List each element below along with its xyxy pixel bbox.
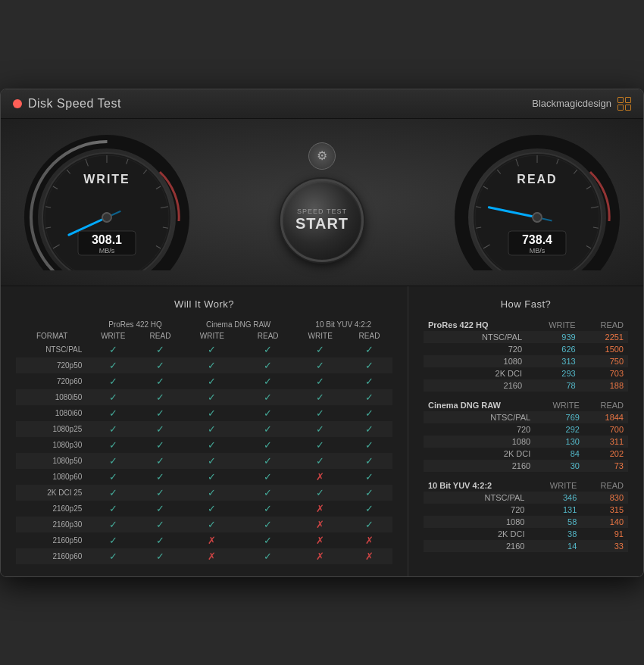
check-cell: ✓ (138, 437, 183, 453)
center-controls: ⚙ SPEED TEST START (280, 142, 364, 262)
hf-write-cell: 38 (529, 528, 581, 540)
format-cell: 1080p50 (16, 453, 88, 469)
check-cell: ✓ (88, 453, 138, 469)
check-icon: ✓ (208, 407, 216, 419)
window-title: Disk Speed Test (28, 97, 121, 111)
close-button[interactable] (13, 99, 22, 108)
svg-text:738.4: 738.4 (522, 233, 552, 246)
check-cell: ✓ (242, 517, 295, 532)
check-cell: ✓ (88, 548, 138, 564)
hf-format-cell: 720 (424, 504, 529, 516)
start-button[interactable]: SPEED TEST START (280, 179, 364, 262)
hf-read-cell: 830 (581, 492, 628, 504)
hf-read-cell: 73 (584, 460, 628, 472)
will-it-work-title: Will It Work? (16, 298, 392, 310)
check-icon: ✓ (365, 392, 374, 403)
check-cell: ✓ (88, 421, 138, 437)
read-gauge: 738.4 MB/s READ (454, 134, 621, 270)
check-icon: ✓ (109, 376, 117, 387)
check-icon: ✓ (365, 503, 374, 514)
format-cell: 2160p25 (16, 501, 88, 517)
hf-read-label: READ (580, 319, 628, 331)
cross-icon: ✗ (316, 535, 324, 546)
check-cell: ✓ (242, 405, 295, 421)
table-row: 720p60✓✓✓✓✓✓ (16, 373, 392, 389)
hf-write-cell: 131 (529, 504, 581, 516)
check-cell: ✓ (294, 357, 346, 373)
hf-section-label: 10 Bit YUV 4:2:2 (424, 479, 529, 492)
check-cell: ✗ (183, 532, 242, 548)
will-it-work-table: ProRes 422 HQ Cinema DNG RAW 10 Bit YUV … (16, 319, 392, 564)
check-cell: ✓ (183, 421, 242, 437)
hf-format-cell: 1080 (424, 516, 529, 528)
check-cell: ✓ (346, 342, 392, 357)
check-cell: ✓ (138, 421, 183, 437)
check-icon: ✓ (109, 519, 117, 530)
brand-sq-4 (625, 105, 631, 111)
svg-point-42 (532, 212, 542, 223)
brand-sq-3 (617, 105, 624, 111)
check-cell: ✓ (294, 421, 346, 437)
check-icon: ✓ (156, 471, 164, 482)
check-cell: ✓ (138, 469, 183, 485)
check-icon: ✓ (156, 360, 164, 371)
hf-write-label: WRITE (527, 319, 580, 331)
col-prores-header: ProRes 422 HQ (88, 319, 183, 330)
check-icon: ✓ (208, 471, 216, 482)
hf-section: 10 Bit YUV 4:2:2WRITEREADNTSC/PAL3468307… (424, 479, 628, 552)
svg-text:MB/s: MB/s (99, 247, 115, 254)
check-cell: ✓ (138, 373, 183, 389)
check-icon: ✓ (264, 392, 272, 403)
check-icon: ✓ (316, 344, 324, 355)
check-cell: ✓ (242, 501, 295, 517)
prores-write-header: WRITE (88, 330, 138, 342)
gauge-section: 308.1 MB/s WRITE ⚙ SPEED TEST START (1, 119, 643, 286)
check-cell: ✓ (183, 453, 242, 469)
check-icon: ✓ (316, 376, 324, 387)
hf-write-cell: 346 (529, 492, 581, 504)
hf-read-cell: 315 (581, 504, 628, 516)
table-row: 1080p50✓✓✓✓✓✓ (16, 453, 392, 469)
format-cell: 2160p60 (16, 548, 88, 564)
check-cell: ✓ (242, 453, 295, 469)
table-row: 2160p30✓✓✓✓✗✓ (16, 517, 392, 532)
format-cell: 1080p25 (16, 421, 88, 437)
check-cell: ✗ (294, 469, 346, 485)
check-icon: ✓ (208, 360, 216, 371)
check-cell: ✓ (294, 389, 346, 405)
hf-format-cell: 1080 (424, 355, 527, 367)
check-cell: ✓ (346, 389, 392, 405)
check-icon: ✓ (109, 407, 117, 419)
hf-read-cell: 750 (580, 355, 628, 367)
check-icon: ✓ (264, 344, 272, 355)
check-icon: ✓ (208, 344, 216, 355)
hf-section: ProRes 422 HQWRITEREADNTSC/PAL9392251720… (424, 319, 628, 392)
write-gauge: 308.1 MB/s WRITE (23, 134, 190, 270)
hf-read-cell: 703 (580, 367, 628, 379)
start-top-label: SPEED TEST (297, 208, 347, 215)
table-row: 2160p50✓✓✗✓✗✗ (16, 532, 392, 548)
brand-name: Blackmagicdesign (532, 98, 611, 109)
check-cell: ✓ (242, 342, 295, 357)
hf-write-cell: 769 (535, 411, 584, 423)
check-icon: ✓ (365, 455, 374, 467)
check-icon: ✓ (109, 487, 117, 498)
hf-write-cell: 939 (527, 331, 580, 343)
check-cell: ✗ (294, 501, 346, 517)
svg-text:308.1: 308.1 (92, 233, 122, 246)
check-icon: ✓ (109, 423, 117, 435)
settings-button[interactable]: ⚙ (308, 142, 336, 170)
hf-data-row: NTSC/PAL346830 (424, 492, 628, 504)
table-row: 1080i60✓✓✓✓✓✓ (16, 405, 392, 421)
check-icon: ✓ (109, 439, 117, 451)
hf-read-label: READ (584, 399, 628, 411)
cross-icon: ✗ (365, 551, 374, 562)
check-icon: ✓ (365, 487, 374, 498)
hf-read-cell: 140 (581, 516, 628, 528)
col-dng-header: Cinema DNG RAW (183, 319, 295, 330)
check-icon: ✓ (365, 407, 374, 419)
format-col-header: FORMAT (16, 330, 88, 342)
hf-section: Cinema DNG RAWWRITEREADNTSC/PAL769184472… (424, 399, 628, 472)
how-fast-title: How Fast? (424, 298, 628, 310)
cross-icon: ✗ (208, 535, 216, 546)
